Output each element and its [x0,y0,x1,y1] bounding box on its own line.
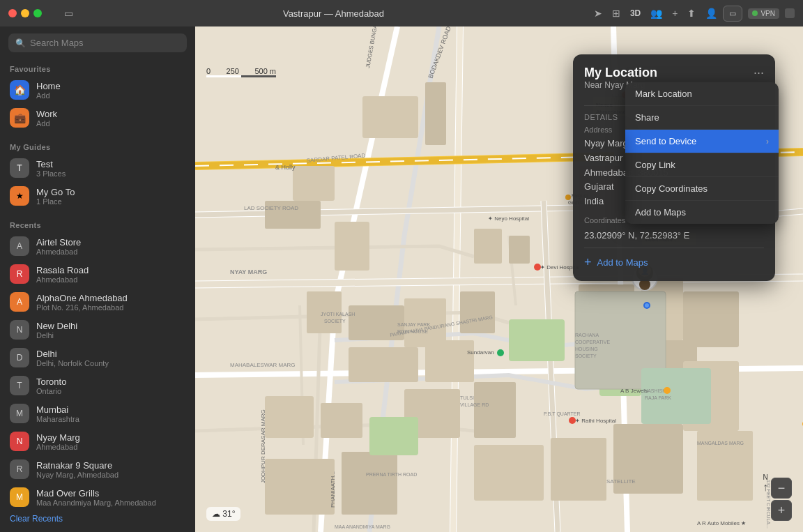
svg-text:SOCIETY: SOCIETY [324,319,346,324]
fullscreen-button[interactable] [33,9,42,17]
temperature: ☁ 31° [212,509,235,519]
location-icon[interactable]: ➤ [594,8,602,19]
sidebar-item-rasala[interactable]: R Rasala Road Ahmedabad [0,260,195,288]
ctx-send-to-device-container: Send to Device › Send to iGeeks's iPhone… [625,130,779,153]
vpn-label: VPN [760,10,775,17]
scale-left: 0 [206,67,211,75]
delhi-sub: Delhi, Norfolk County [36,359,109,367]
mumbai-sub: Maharashtra [36,415,79,423]
people-icon[interactable]: 👥 [650,8,662,19]
svg-point-86 [664,387,671,394]
sidebar-toggle-icon[interactable]: ▭ [64,8,73,19]
copy-coordinates-label: Copy Coordinates [635,183,708,194]
zoom-in-button[interactable]: + [771,500,792,521]
svg-text:TULSI: TULSI [460,395,474,400]
svg-text:✦ Neyo Hospital: ✦ Neyo Hospital [488,215,529,222]
rasala-sub: Ahmedabad [36,275,89,284]
close-button[interactable] [8,9,17,17]
ratnakar-sub: Nyay Marg, Ahmedabad [36,471,118,479]
delhi-label: Delhi [36,349,109,359]
alphaone-text: AlphaOne Ahmedabad Plot No. 216, Ahmedab… [36,293,128,312]
search-bar[interactable]: 🔍 [8,33,187,52]
terms-link[interactable]: Terms & Conditions › [0,526,195,532]
grid-map-icon[interactable]: ⊞ [612,8,620,19]
svg-rect-33 [509,319,565,361]
test-label: Test [36,159,66,169]
svg-rect-30 [551,438,606,501]
sidebar-item-my-go-to[interactable]: ★ My Go To 1 Place [0,182,195,210]
nyay-icon: N [10,432,29,451]
work-icon: 💼 [10,108,29,128]
newdelhi-label: New Delhi [36,321,77,331]
title-text: Vastrapur — Ahmedabad [283,8,384,19]
sidebar-item-new-delhi[interactable]: N New Delhi Delhi [0,316,195,344]
scale-line [206,75,276,77]
titlebar-right: ▭ VPN [723,6,795,22]
minimize-button[interactable] [21,9,29,17]
work-sub: Add [36,119,57,128]
svg-text:A R Auto Mobiles ★: A R Auto Mobiles ★ [697,520,746,526]
toronto-label: Toronto [36,377,66,387]
sidebar-item-ratnakar[interactable]: R Ratnakar 9 Square Nyay Marg, Ahmedabad [0,455,195,483]
svg-text:P.B.T QUARTER: P.B.T QUARTER [544,411,581,417]
mumbai-label: Mumbai [36,404,79,415]
alphaone-label: AlphaOne Ahmedabad [36,293,128,303]
airtel-text: Airtel Store Ahmedabad [36,237,81,256]
sidebar-item-home[interactable]: 🏠 Home Add [0,76,195,104]
sidebar-item-alphaone[interactable]: A AlphaOne Ahmedabad Plot No. 216, Ahmed… [0,288,195,316]
airtel-sub: Ahmedabad [36,248,81,256]
ctx-add-to-maps[interactable]: Add to Maps [625,201,779,224]
sidebar-item-mad-over-grills[interactable]: M Mad Over Grills Maa Anandmiya Marg, Ah… [0,483,195,511]
location-more-button[interactable]: ··· [754,66,764,80]
sidebar-item-delhi[interactable]: D Delhi Delhi, Norfolk County [0,344,195,372]
context-menu: Mark Location Share Send to Device › Sen… [625,82,779,224]
clear-recents-button[interactable]: Clear Recents [0,511,195,526]
toronto-icon: T [10,376,29,395]
home-text: Home Add [36,81,61,100]
ctx-copy-link[interactable]: Copy Link [625,153,779,176]
search-input[interactable] [30,38,180,48]
home-icon: 🏠 [10,80,29,100]
location-card: My Location Near Nyay Marg ··· Details A… [573,54,775,281]
svg-text:VILLAGE RD: VILLAGE RD [460,402,489,407]
ctx-copy-coordinates[interactable]: Copy Coordinates [625,177,779,200]
add-icon[interactable]: + [672,8,678,19]
3d-button[interactable]: 3D [630,8,641,18]
ctx-share[interactable]: Share [625,106,779,129]
titlebar: ▭ Vastrapur — Ahmedabad ➤ ⊞ 3D 👥 + ⬆ 👤 ▭… [0,0,803,26]
share-icon[interactable]: ⬆ [687,8,696,19]
svg-rect-20 [474,382,516,438]
sidebar-item-work[interactable]: 💼 Work Add [0,104,195,132]
test-guide-icon: T [10,158,29,178]
svg-text:RAJA PARK: RAJA PARK [645,395,671,400]
account-icon[interactable]: 👤 [705,8,717,19]
nyay-text: Nyay Marg Ahmedabad [36,432,80,451]
mark-location-label: Mark Location [635,89,692,99]
goto-guide-icon: ★ [10,186,29,206]
screen-btn[interactable]: ▭ [723,6,742,22]
sidebar-item-mumbai[interactable]: M Mumbai Maharashtra [0,400,195,427]
svg-text:A B Jewels: A B Jewels [620,388,648,394]
svg-text:& Holly: & Holly [275,164,296,171]
svg-rect-2 [425,82,446,145]
delhi-icon: D [10,348,29,367]
map-area[interactable]: BODAKDEV ROAD JUDGES BUNGALOW ROAD SARDA… [195,26,803,532]
zoom-out-button[interactable]: − [771,478,792,499]
sidebar-item-airtel[interactable]: A Airtel Store Ahmedabad [0,232,195,260]
ctx-send-to-device[interactable]: Send to Device › [625,130,779,153]
svg-rect-14 [460,291,495,333]
svg-text:SATELLITE: SATELLITE [606,478,636,485]
ctx-mark-location[interactable]: Mark Location [625,82,779,105]
newdelhi-icon: N [10,320,29,340]
sidebar-item-toronto[interactable]: T Toronto Ontario [0,372,195,400]
send-to-device-label: Send to Device [635,136,696,146]
sidebar-item-nyay-marg[interactable]: N Nyay Marg Ahmedabad [0,427,195,455]
add-to-maps-button[interactable]: + Add to Maps [584,255,764,270]
svg-rect-35 [369,417,418,455]
svg-point-72 [565,195,571,200]
svg-point-102 [645,303,649,307]
svg-text:✦ Rathi Hospital: ✦ Rathi Hospital [575,418,616,424]
svg-rect-23 [265,396,314,438]
sidebar-item-test[interactable]: T Test 3 Places [0,154,195,182]
newdelhi-sub: Delhi [36,331,77,340]
